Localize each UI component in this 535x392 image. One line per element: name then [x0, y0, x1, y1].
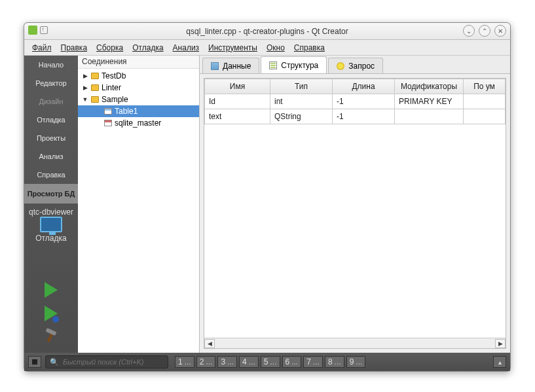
output-tab-5[interactable]: 5...: [261, 356, 280, 368]
window-title: qsql_linter.cpp - qt-creator-plugins - Q…: [186, 27, 348, 36]
mode-debug[interactable]: Отладка: [24, 111, 78, 129]
col-name[interactable]: Имя: [205, 79, 270, 94]
data-icon: [211, 62, 219, 70]
monitor-icon: [40, 217, 62, 232]
col-mods[interactable]: Модификаторы: [395, 79, 464, 94]
debug-run-button[interactable]: [45, 306, 58, 321]
statusbar: 🔍 1...2...3...4...5...6...7...8...9... ▴: [24, 353, 510, 371]
close-button[interactable]: ✕: [494, 25, 506, 37]
tab-structure[interactable]: Структура: [261, 56, 327, 73]
output-tab-7[interactable]: 7...: [303, 356, 323, 368]
mode-bar: Начало Редактор Дизайн Отладка Проекты А…: [24, 56, 78, 353]
expand-icon[interactable]: ▶: [82, 84, 88, 91]
maximize-button[interactable]: ⌃: [479, 25, 490, 37]
titlebar: qsql_linter.cpp - qt-creator-plugins - Q…: [24, 23, 510, 40]
app-icon: [28, 26, 37, 35]
menu-analyze[interactable]: Анализ: [173, 43, 200, 52]
search-input[interactable]: [63, 358, 164, 366]
collapse-icon[interactable]: ▼: [82, 96, 88, 103]
detail-pane: Данные Структура Запрос Имя: [200, 56, 510, 353]
run-button[interactable]: [45, 282, 58, 298]
mode-help[interactable]: Справка: [24, 166, 78, 184]
connections-pane: Соединения ▶ TestDb ▶ Linter ▼: [78, 56, 200, 353]
mode-analyze[interactable]: Анализ: [24, 147, 78, 166]
tree-node-testdb[interactable]: ▶ TestDb: [78, 70, 199, 82]
database-icon: [91, 73, 99, 79]
tree-node-sqlite-master[interactable]: sqlite_master: [78, 117, 199, 129]
menu-edit[interactable]: Правка: [61, 43, 88, 52]
col-length[interactable]: Длина: [333, 79, 395, 94]
expand-icon[interactable]: ▶: [82, 73, 88, 79]
menu-window[interactable]: Окно: [267, 43, 285, 52]
build-button[interactable]: [44, 329, 58, 344]
up-icon[interactable]: [40, 26, 48, 34]
mode-edit[interactable]: Редактор: [24, 74, 78, 92]
query-icon: [337, 62, 344, 70]
locator-search[interactable]: 🔍: [45, 355, 168, 368]
mode-design: Дизайн: [24, 92, 78, 111]
output-tab-3[interactable]: 3...: [217, 356, 237, 368]
detail-tabs: Данные Структура Запрос: [200, 56, 510, 74]
menu-file[interactable]: Файл: [32, 43, 52, 52]
col-type[interactable]: Тип: [270, 79, 333, 94]
scroll-right-icon[interactable]: ▶: [495, 339, 506, 348]
structure-table-wrap: Имя Тип Длина Модификаторы По ум Id int …: [204, 78, 506, 349]
connections-tree[interactable]: ▶ TestDb ▶ Linter ▼ Sample: [78, 69, 199, 353]
horizontal-scrollbar[interactable]: ◀ ▶: [204, 338, 506, 348]
tab-query[interactable]: Запрос: [328, 58, 383, 73]
table-row[interactable]: Id int -1 PRIMARY KEY: [205, 94, 506, 109]
output-expand-button[interactable]: ▴: [493, 356, 506, 368]
output-tab-2[interactable]: 2...: [196, 356, 216, 368]
connections-header: Соединения: [78, 56, 199, 69]
database-icon: [91, 96, 99, 103]
kit-config: Отладка: [35, 234, 66, 243]
main-window: qsql_linter.cpp - qt-creator-plugins - Q…: [24, 22, 511, 372]
output-tab-9[interactable]: 9...: [346, 356, 366, 368]
col-default[interactable]: По ум: [464, 79, 506, 94]
structure-icon: [269, 62, 277, 69]
tab-data[interactable]: Данные: [202, 58, 259, 73]
menu-build[interactable]: Сборка: [96, 43, 123, 52]
menubar: Файл Правка Сборка Отладка Анализ Инстру…: [24, 40, 510, 56]
menu-tools[interactable]: Инструменты: [208, 43, 257, 52]
table-icon: [104, 108, 112, 115]
tree-node-sample[interactable]: ▼ Sample: [78, 94, 199, 105]
kit-selector[interactable]: qtc-dbviewer Отладка: [24, 204, 78, 247]
structure-table[interactable]: Имя Тип Длина Модификаторы По ум Id int …: [204, 79, 506, 124]
kit-name: qtc-dbviewer: [29, 207, 73, 217]
tree-node-table1[interactable]: Table1: [78, 105, 199, 117]
scroll-left-icon[interactable]: ◀: [204, 339, 215, 348]
sidebar-toggle-button[interactable]: [28, 356, 41, 368]
mode-dbview[interactable]: Просмотр БД: [24, 184, 78, 204]
table-icon: [104, 120, 112, 126]
minimize-button[interactable]: ⌄: [463, 25, 475, 37]
menu-help[interactable]: Справка: [294, 43, 325, 52]
search-icon: 🔍: [50, 358, 59, 366]
output-pane-tabs: 1...2...3...4...5...6...7...8...9...: [175, 356, 365, 368]
output-tab-4[interactable]: 4...: [239, 356, 259, 368]
output-tab-1[interactable]: 1...: [175, 356, 194, 368]
tree-node-linter[interactable]: ▶ Linter: [78, 82, 199, 94]
mode-welcome[interactable]: Начало: [24, 56, 78, 74]
database-icon: [91, 84, 99, 91]
output-tab-8[interactable]: 8...: [325, 356, 344, 368]
menu-debug[interactable]: Отладка: [132, 43, 163, 52]
mode-projects[interactable]: Проекты: [24, 129, 78, 147]
table-row[interactable]: text QString -1: [205, 109, 506, 124]
output-tab-6[interactable]: 6...: [282, 356, 302, 368]
